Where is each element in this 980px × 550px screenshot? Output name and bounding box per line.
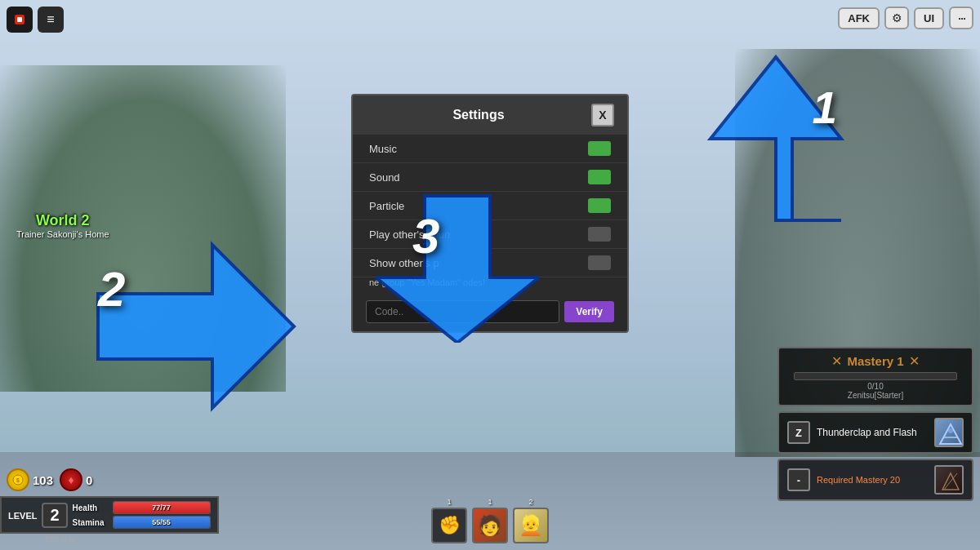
svg-rect-1: [17, 17, 22, 22]
settings-row-show-others: Show other's p: [353, 249, 627, 277]
bars-container: Health 77/77 Stamina 55/55: [73, 501, 211, 529]
health-label: Health: [73, 503, 109, 512]
stamina-row: Stamina 55/55: [73, 516, 211, 529]
hotbar-slot-avatar1: 1 🧑: [472, 498, 508, 543]
settings-modal: Settings X Music Sound Particle Play oth…: [351, 94, 629, 333]
hotbar-slot-avatar2: 2 👱: [513, 498, 549, 543]
top-left-bar: ≡: [7, 7, 64, 33]
mastery-xp: 0/10: [867, 382, 883, 391]
blood-icon: ♦: [60, 468, 82, 491]
hotbar: 1 ✊ 1 🧑 2 👱: [431, 498, 549, 543]
settings-row-play-others-sound: Play other's soun: [353, 220, 627, 249]
svg-point-4: [948, 428, 953, 433]
health-bar-text: 77/77: [114, 502, 210, 513]
settings-toggle-play-others-sound[interactable]: [588, 227, 611, 242]
stamina-bar: 55/55: [113, 516, 211, 529]
required-mastery-text: Required Mastery 20: [817, 475, 928, 485]
code-input[interactable]: [366, 300, 559, 323]
skill-img-minus: [934, 465, 964, 495]
world-subtitle: Trainer Sakonji's Home: [16, 229, 109, 239]
blood-value: 0: [86, 473, 92, 487]
skill-key-minus: -: [787, 468, 810, 491]
health-row: Health 77/77: [73, 501, 211, 514]
hotbar-avatar1-icon[interactable]: 🧑: [472, 508, 508, 543]
roblox-logo-icon[interactable]: [7, 7, 33, 33]
coins-display: $ 103: [7, 468, 53, 491]
roblox-menu-icon[interactable]: ≡: [38, 7, 64, 33]
right-hud: ✕ Mastery 1 ✕ 0/10 Zenitsu[Starter] Z Th…: [777, 347, 973, 501]
skill-row-minus: - Required Mastery 20: [777, 459, 973, 501]
settings-label-play-others-sound: Play other's soun: [369, 228, 450, 241]
settings-label-music: Music: [369, 143, 397, 155]
settings-row-particle: Particle: [353, 192, 627, 220]
mastery-box: ✕ Mastery 1 ✕ 0/10 Zenitsu[Starter]: [777, 347, 973, 406]
bottom-left-hud: $ 103 ♦ 0 LEVEL 2 Health 77/77: [0, 465, 219, 543]
settings-group-text: ne group "Yes Madam" odes!: [353, 277, 627, 292]
settings-close-button[interactable]: X: [591, 104, 614, 126]
settings-title: Settings: [366, 108, 591, 122]
gear-button[interactable]: ⚙: [884, 7, 909, 29]
skill-key-z: Z: [787, 421, 810, 444]
stamina-label: Stamina: [73, 518, 109, 527]
top-right-bar: AFK ⚙ UI ···: [838, 7, 973, 29]
currency-row: $ 103 ♦ 0: [0, 465, 219, 495]
settings-toggle-particle[interactable]: [588, 198, 611, 213]
settings-label-particle: Particle: [369, 200, 404, 212]
coin-icon: $: [7, 468, 29, 491]
settings-code-row: Verify: [353, 292, 627, 331]
gear-icon: ⚙: [892, 11, 902, 24]
hotbar-num-3: 2: [528, 498, 532, 506]
xp-text: 1/80 (1%): [0, 535, 219, 543]
settings-toggle-music[interactable]: [588, 141, 611, 156]
skill-img-z: [934, 418, 964, 447]
world-label: World 2 Trainer Sakonji's Home: [16, 212, 109, 239]
sword-left-icon: ✕: [831, 353, 842, 369]
stamina-bar-text: 55/55: [114, 517, 210, 528]
hotbar-num-2: 1: [488, 498, 492, 506]
settings-row-music: Music: [353, 135, 627, 163]
settings-toggle-show-others[interactable]: [588, 255, 611, 270]
health-bar: 77/77: [113, 501, 211, 514]
settings-label-sound: Sound: [369, 171, 400, 184]
world-title: World 2: [16, 212, 109, 229]
settings-header: Settings X: [353, 95, 627, 135]
ui-button[interactable]: UI: [914, 7, 944, 29]
hotbar-avatar2-icon[interactable]: 👱: [513, 508, 549, 543]
settings-row-sound: Sound: [353, 163, 627, 192]
more-button[interactable]: ···: [949, 7, 973, 29]
blood-display: ♦ 0: [60, 468, 92, 491]
level-value: 2: [42, 503, 67, 528]
sword-right-icon: ✕: [909, 353, 920, 369]
settings-toggle-sound[interactable]: [588, 170, 611, 184]
settings-label-show-others: Show other's p: [369, 257, 439, 269]
dots-icon: ···: [957, 10, 964, 27]
afk-button[interactable]: AFK: [838, 7, 880, 29]
hotbar-num-1: 1: [447, 498, 451, 506]
level-box: LEVEL 2 Health 77/77 Stamina 55/55: [0, 496, 219, 534]
skill-row-z: Z Thunderclap and Flash: [777, 411, 973, 454]
mastery-title: Mastery 1: [847, 354, 903, 368]
mastery-header: ✕ Mastery 1 ✕: [831, 353, 919, 369]
verify-button[interactable]: Verify: [564, 301, 614, 322]
mastery-bar: [794, 372, 957, 380]
mastery-character: Zenitsu[Starter]: [848, 391, 903, 400]
svg-text:$: $: [16, 477, 20, 484]
level-label: LEVEL: [8, 511, 37, 521]
hotbar-slot-fist: 1 ✊: [431, 498, 467, 543]
hotbar-fist-icon[interactable]: ✊: [431, 508, 467, 543]
skill-name-z: Thunderclap and Flash: [817, 427, 928, 438]
coins-value: 103: [33, 473, 53, 487]
